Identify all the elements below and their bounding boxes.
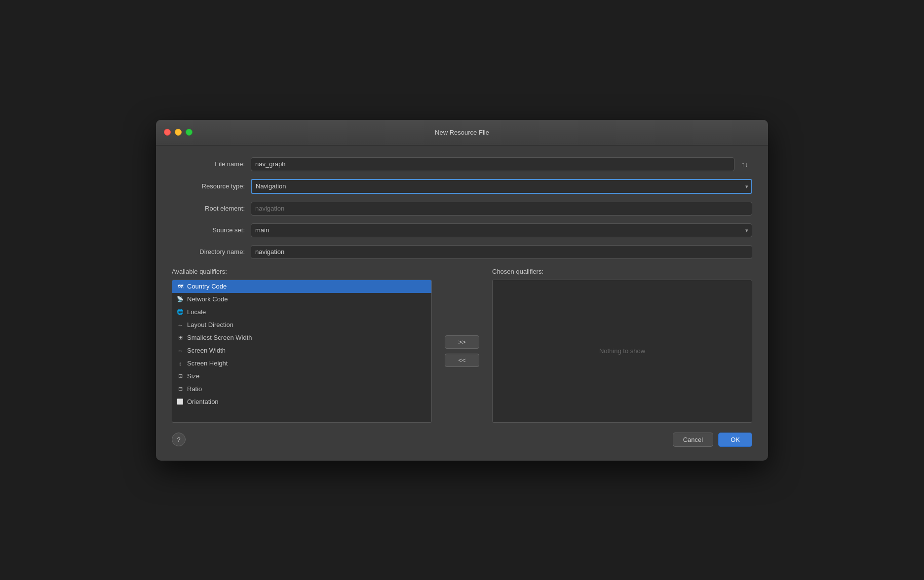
nothing-to-show-text: Nothing to show <box>599 347 645 355</box>
screen-height-icon: ↕ <box>176 360 184 367</box>
locale-icon: 🌐 <box>176 308 184 316</box>
network-code-icon: 📡 <box>176 295 184 303</box>
resource-type-select-wrapper: Navigation Layout Menu Values Drawable ▾ <box>251 179 752 194</box>
remove-qualifier-button[interactable]: << <box>445 354 479 367</box>
qualifier-item-label: Screen Width <box>187 347 226 354</box>
add-qualifier-button[interactable]: >> <box>445 335 479 349</box>
layout-direction-icon: ↔ <box>176 321 184 329</box>
qualifier-item-label: Orientation <box>187 398 219 405</box>
available-qualifiers-container: 🗺 Country Code 📡 Network Code 🌐 Locale ↔… <box>172 280 432 423</box>
qualifier-item-orientation[interactable]: ⬜ Orientation <box>172 396 431 408</box>
qualifier-item-smallest-screen-width[interactable]: ⊞ Smallest Screen Width <box>172 331 431 344</box>
chosen-qualifiers-panel: Nothing to show <box>492 280 752 423</box>
qualifier-item-label: Smallest Screen Width <box>187 334 252 341</box>
qualifier-item-country-code[interactable]: 🗺 Country Code <box>172 280 431 293</box>
qualifiers-labels-row: Available qualifiers: Chosen qualifiers: <box>172 267 752 276</box>
close-button[interactable] <box>164 129 171 136</box>
ratio-icon: ⊟ <box>176 385 184 393</box>
qualifier-item-screen-height[interactable]: ↕ Screen Height <box>172 357 431 370</box>
qualifier-item-label: Size <box>187 372 199 380</box>
source-set-row: Source set: main test androidTest ▾ <box>172 223 752 237</box>
dialog-content: File name: ↑↓ Resource type: Navigation … <box>156 145 768 461</box>
dialog-footer: ? Cancel OK <box>172 433 752 447</box>
footer-buttons: Cancel OK <box>673 433 752 447</box>
orientation-icon: ⬜ <box>176 398 184 406</box>
transfer-buttons-container: >> << <box>440 280 484 423</box>
screen-width-icon: ↔ <box>176 347 184 355</box>
resource-type-select[interactable]: Navigation Layout Menu Values Drawable <box>251 179 752 194</box>
chosen-qualifiers-container: Nothing to show <box>492 280 752 423</box>
chosen-qualifiers-label: Chosen qualifiers: <box>492 268 543 275</box>
file-name-input[interactable] <box>251 157 734 171</box>
qualifier-item-label: Ratio <box>187 385 202 393</box>
help-button[interactable]: ? <box>172 433 186 446</box>
smallest-screen-width-icon: ⊞ <box>176 334 184 342</box>
available-qualifiers-list: 🗺 Country Code 📡 Network Code 🌐 Locale ↔… <box>172 280 432 423</box>
directory-name-row: Directory name: <box>172 245 752 259</box>
ok-button[interactable]: OK <box>718 433 752 447</box>
directory-name-label: Directory name: <box>172 248 251 255</box>
available-qualifiers-label: Available qualifiers: <box>172 268 227 275</box>
minimize-button[interactable] <box>175 129 182 136</box>
title-bar: New Resource File <box>156 120 768 145</box>
qualifier-item-size[interactable]: ⊡ Size <box>172 370 431 383</box>
qualifiers-section: 🗺 Country Code 📡 Network Code 🌐 Locale ↔… <box>172 280 752 423</box>
qualifier-item-label: Screen Height <box>187 360 228 367</box>
traffic-lights <box>164 129 192 136</box>
source-set-select[interactable]: main test androidTest <box>251 223 752 237</box>
directory-name-input[interactable] <box>251 245 752 259</box>
file-name-label: File name: <box>172 160 251 168</box>
qualifier-item-label: Locale <box>187 308 206 316</box>
country-code-icon: 🗺 <box>176 283 184 290</box>
qualifier-item-screen-width[interactable]: ↔ Screen Width <box>172 344 431 357</box>
source-set-label: Source set: <box>172 226 251 234</box>
dialog-title: New Resource File <box>435 129 489 136</box>
root-element-label: Root element: <box>172 205 251 212</box>
root-element-row: Root element: <box>172 202 752 216</box>
qualifier-item-label: Country Code <box>187 283 227 290</box>
available-qualifiers-label-container: Available qualifiers: <box>172 267 432 276</box>
transfer-space <box>440 267 484 276</box>
chosen-qualifiers-label-container: Chosen qualifiers: <box>492 267 752 276</box>
maximize-button[interactable] <box>186 129 192 136</box>
sort-button[interactable]: ↑↓ <box>737 160 752 168</box>
qualifier-item-label: Layout Direction <box>187 321 233 328</box>
cancel-button[interactable]: Cancel <box>673 433 713 447</box>
file-name-row: File name: ↑↓ <box>172 157 752 171</box>
qualifier-item-locale[interactable]: 🌐 Locale <box>172 306 431 319</box>
qualifier-item-label: Network Code <box>187 295 228 303</box>
resource-type-label: Resource type: <box>172 182 251 190</box>
root-element-input[interactable] <box>251 202 752 216</box>
resource-type-row: Resource type: Navigation Layout Menu Va… <box>172 179 752 194</box>
qualifier-item-ratio[interactable]: ⊟ Ratio <box>172 383 431 396</box>
qualifier-item-network-code[interactable]: 📡 Network Code <box>172 293 431 306</box>
dialog: New Resource File File name: ↑↓ Resource… <box>156 120 768 461</box>
size-icon: ⊡ <box>176 372 184 380</box>
qualifier-item-layout-direction[interactable]: ↔ Layout Direction <box>172 319 431 331</box>
source-set-select-wrapper: main test androidTest ▾ <box>251 223 752 237</box>
